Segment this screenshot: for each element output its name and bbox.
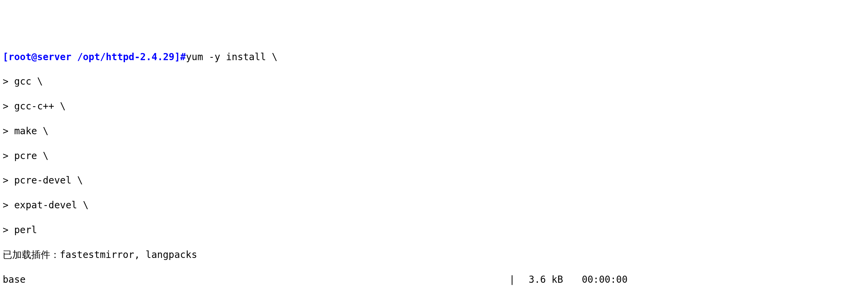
- repo-row: base|3.6 kB00:00:00: [3, 274, 865, 286]
- plugins-loaded-line: 已加载插件：fastestmirror, langpacks: [3, 249, 865, 261]
- repo-time: 00:00:00: [563, 274, 628, 286]
- continuation-line: > gcc \: [3, 75, 865, 88]
- continuation-line: > pcre \: [3, 150, 865, 162]
- repo-size: 3.6 kB: [519, 274, 563, 286]
- repo-pipe: |: [505, 274, 519, 286]
- command-line: [root@server /opt/httpd-2.4.29]#yum -y i…: [3, 51, 865, 63]
- repo-eta: [628, 274, 633, 286]
- repo-name: base: [3, 274, 454, 286]
- continuation-line: > gcc-c++ \: [3, 100, 865, 112]
- shell-prompt: [root@server /opt/httpd-2.4.29]#: [3, 51, 186, 63]
- continuation-line: > make \: [3, 125, 865, 137]
- command-text: yum -y install \: [186, 51, 277, 63]
- continuation-line: > perl: [3, 224, 865, 236]
- continuation-line: > expat-devel \: [3, 199, 865, 211]
- continuation-line: > pcre-devel \: [3, 174, 865, 187]
- repo-speed: [454, 274, 505, 286]
